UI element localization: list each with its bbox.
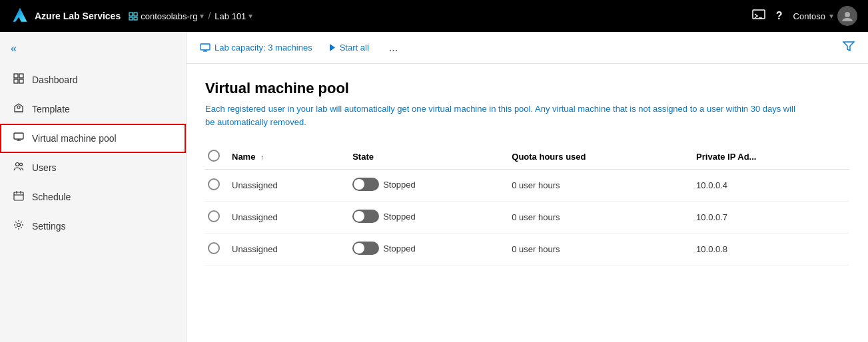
row-select-cell xyxy=(205,202,232,234)
sidebar-collapse-button[interactable]: « xyxy=(0,37,186,60)
top-nav-right-section: ? Contoso ▾ xyxy=(752,6,857,26)
app-name-label: Azure Lab Services xyxy=(35,11,121,21)
template-icon xyxy=(12,102,25,116)
table-row: Unassigned Stopped 0 user hours 10.0.0.4 xyxy=(205,170,849,202)
row-state-toggle-0[interactable]: Stopped xyxy=(352,178,415,191)
svg-rect-12 xyxy=(14,133,23,139)
capacity-label: Lab capacity: 3 machines xyxy=(215,43,312,53)
cloud-shell-icon[interactable] xyxy=(752,9,765,24)
vm-pool-icon xyxy=(12,132,25,145)
svg-rect-3 xyxy=(134,17,137,20)
name-sort-icon: ↑ xyxy=(260,153,264,161)
name-column-header[interactable]: Name ↑ xyxy=(232,144,352,170)
sidebar-settings-label: Settings xyxy=(32,221,66,232)
sidebar-item-virtual-machine-pool[interactable]: Virtual machine pool xyxy=(0,124,186,153)
filter-button[interactable] xyxy=(843,41,855,55)
sidebar-vm-pool-label: Virtual machine pool xyxy=(32,133,117,144)
rg-chevron-icon: ▾ xyxy=(200,11,204,21)
row-radio-2[interactable] xyxy=(208,242,220,254)
main-layout: « Dashboard Template xyxy=(0,32,868,342)
page-description: Each registered user in your lab will au… xyxy=(205,102,805,128)
table-header-row: Name ↑ State Quota hours used Private IP… xyxy=(205,144,849,170)
page-title: Virtual machine pool xyxy=(205,80,849,97)
dashboard-icon xyxy=(12,73,25,86)
users-icon xyxy=(12,161,25,174)
lab-breadcrumb[interactable]: Lab 101 ▾ xyxy=(215,11,252,21)
row-quota-cell: 0 user hours xyxy=(512,234,696,265)
svg-rect-1 xyxy=(134,13,137,16)
row-radio-0[interactable] xyxy=(208,178,220,190)
sidebar-template-label: Template xyxy=(32,104,70,114)
row-quota-cell: 0 user hours xyxy=(512,170,696,202)
sidebar-users-label: Users xyxy=(32,162,57,173)
top-navigation: Azure Lab Services contosolabs-rg ▾ / La… xyxy=(0,0,868,32)
row-ip-cell: 10.0.0.7 xyxy=(696,202,849,234)
user-menu[interactable]: Contoso ▾ xyxy=(793,6,857,26)
sidebar-item-settings[interactable]: Settings xyxy=(0,212,186,241)
svg-point-15 xyxy=(16,163,19,166)
help-icon[interactable]: ? xyxy=(776,10,783,22)
row-state-toggle-2[interactable]: Stopped xyxy=(352,242,415,255)
sidebar-item-template[interactable]: Template xyxy=(0,94,186,124)
svg-rect-22 xyxy=(201,44,210,50)
sidebar-item-dashboard[interactable]: Dashboard xyxy=(0,65,186,94)
svg-rect-0 xyxy=(129,13,133,16)
svg-point-11 xyxy=(17,106,20,108)
table-row: Unassigned Stopped 0 user hours 10.0.0.7 xyxy=(205,202,849,234)
svg-point-6 xyxy=(845,12,850,17)
row-select-cell xyxy=(205,170,232,202)
sidebar-item-schedule[interactable]: Schedule xyxy=(0,182,186,212)
sidebar-dashboard-label: Dashboard xyxy=(32,75,78,85)
row-state-cell: Stopped xyxy=(352,202,512,234)
state-column-header: State xyxy=(352,144,512,170)
resource-group-icon xyxy=(129,11,138,21)
row-state-cell: Stopped xyxy=(352,234,512,265)
breadcrumb: contosolabs-rg ▾ / Lab 101 ▾ xyxy=(129,11,744,21)
row-name-cell: Unassigned xyxy=(232,170,352,202)
row-state-cell: Stopped xyxy=(352,170,512,202)
row-state-toggle-1[interactable]: Stopped xyxy=(352,210,415,223)
row-ip-cell: 10.0.0.4 xyxy=(696,170,849,202)
row-name-cell: Unassigned xyxy=(232,202,352,234)
svg-rect-9 xyxy=(14,79,18,83)
lab-chevron-icon: ▾ xyxy=(248,11,252,21)
svg-rect-10 xyxy=(19,79,23,83)
sidebar-item-users[interactable]: Users xyxy=(0,153,186,182)
select-all-radio[interactable] xyxy=(208,150,220,162)
page-content: Virtual machine pool Each registered use… xyxy=(187,64,868,342)
user-avatar xyxy=(837,6,857,26)
schedule-icon xyxy=(12,190,25,204)
user-chevron-icon: ▾ xyxy=(829,11,833,21)
start-all-button[interactable]: Start all xyxy=(323,40,374,55)
svg-marker-25 xyxy=(330,44,335,51)
svg-rect-7 xyxy=(14,74,18,78)
resource-group-breadcrumb[interactable]: contosolabs-rg ▾ xyxy=(129,11,204,21)
vm-pool-table: Name ↑ State Quota hours used Private IP… xyxy=(205,144,849,265)
svg-point-16 xyxy=(20,163,23,166)
start-all-label: Start all xyxy=(340,43,369,53)
row-quota-cell: 0 user hours xyxy=(512,202,696,234)
sidebar: « Dashboard Template xyxy=(0,32,187,342)
filter-icon xyxy=(843,41,855,51)
start-all-play-icon xyxy=(328,43,336,52)
select-all-header xyxy=(205,144,232,170)
breadcrumb-separator: / xyxy=(208,11,211,21)
content-area: Lab capacity: 3 machines Start all ... V… xyxy=(187,32,868,342)
settings-icon xyxy=(12,220,25,233)
app-logo[interactable]: Azure Lab Services xyxy=(11,7,121,25)
row-radio-1[interactable] xyxy=(208,210,220,222)
row-name-cell: Unassigned xyxy=(232,234,352,265)
capacity-monitor-icon xyxy=(200,43,211,53)
more-options-button[interactable]: ... xyxy=(385,39,402,57)
svg-point-21 xyxy=(17,224,21,227)
svg-rect-8 xyxy=(19,74,23,78)
lab-capacity-button[interactable]: Lab capacity: 3 machines xyxy=(200,43,312,53)
quota-column-header: Quota hours used xyxy=(512,144,696,170)
table-row: Unassigned Stopped 0 user hours 10.0.0.8 xyxy=(205,234,849,265)
azure-logo-icon xyxy=(11,7,29,25)
row-ip-cell: 10.0.0.8 xyxy=(696,234,849,265)
sidebar-schedule-label: Schedule xyxy=(32,192,71,202)
row-select-cell xyxy=(205,234,232,265)
svg-rect-17 xyxy=(14,192,23,200)
toolbar: Lab capacity: 3 machines Start all ... xyxy=(187,32,868,64)
